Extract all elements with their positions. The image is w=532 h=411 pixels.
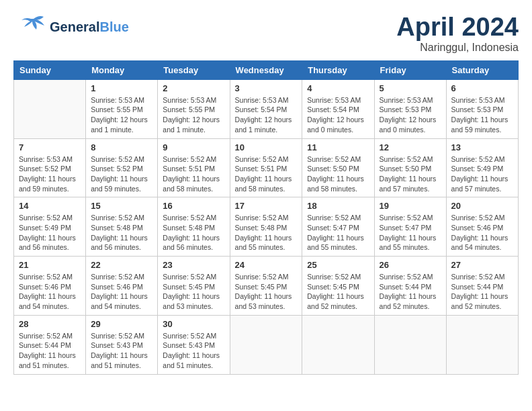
day-info: Sunrise: 5:52 AMSunset: 5:44 PMDaylight:…: [380, 272, 441, 312]
day-number: 18: [307, 201, 369, 211]
day-number: 10: [235, 142, 298, 152]
day-info: Sunrise: 5:53 AMSunset: 5:54 PMDaylight:…: [307, 95, 369, 135]
table-row: 8Sunrise: 5:52 AMSunset: 5:52 PMDaylight…: [86, 138, 158, 197]
day-number: 8: [91, 142, 152, 152]
table-row: [230, 315, 302, 374]
day-info: Sunrise: 5:52 AMSunset: 5:46 PMDaylight:…: [451, 213, 513, 253]
header-saturday: Saturday: [446, 60, 518, 79]
day-info: Sunrise: 5:52 AMSunset: 5:44 PMDaylight:…: [19, 331, 81, 371]
day-number: 23: [163, 260, 224, 270]
day-number: 4: [307, 83, 369, 93]
day-number: 21: [19, 260, 81, 270]
calendar-week-row: 1Sunrise: 5:53 AMSunset: 5:55 PMDaylight…: [14, 79, 519, 138]
table-row: 29Sunrise: 5:52 AMSunset: 5:43 PMDayligh…: [86, 315, 158, 374]
table-row: 3Sunrise: 5:53 AMSunset: 5:54 PMDaylight…: [230, 79, 302, 138]
day-number: 14: [19, 201, 81, 211]
table-row: 22Sunrise: 5:52 AMSunset: 5:46 PMDayligh…: [86, 257, 158, 316]
day-info: Sunrise: 5:52 AMSunset: 5:50 PMDaylight:…: [380, 154, 441, 194]
calendar-week-row: 7Sunrise: 5:53 AMSunset: 5:52 PMDaylight…: [14, 138, 519, 197]
day-info: Sunrise: 5:52 AMSunset: 5:45 PMDaylight:…: [307, 272, 369, 312]
day-number: 5: [380, 83, 441, 93]
table-row: 13Sunrise: 5:52 AMSunset: 5:49 PMDayligh…: [446, 138, 518, 197]
day-info: Sunrise: 5:52 AMSunset: 5:48 PMDaylight:…: [235, 213, 298, 253]
table-row: 19Sunrise: 5:52 AMSunset: 5:47 PMDayligh…: [374, 197, 446, 257]
day-info: Sunrise: 5:52 AMSunset: 5:45 PMDaylight:…: [163, 272, 224, 312]
table-row: 6Sunrise: 5:53 AMSunset: 5:53 PMDaylight…: [446, 79, 518, 138]
table-row: 1Sunrise: 5:53 AMSunset: 5:55 PMDaylight…: [86, 79, 158, 138]
day-number: 1: [91, 83, 152, 93]
table-row: 24Sunrise: 5:52 AMSunset: 5:45 PMDayligh…: [230, 257, 302, 316]
table-row: 17Sunrise: 5:52 AMSunset: 5:48 PMDayligh…: [230, 197, 302, 257]
day-number: 28: [19, 319, 81, 329]
logo-wordmark: GeneralBlue: [50, 19, 129, 35]
calendar-week-row: 21Sunrise: 5:52 AMSunset: 5:46 PMDayligh…: [14, 257, 519, 316]
table-row: 26Sunrise: 5:52 AMSunset: 5:44 PMDayligh…: [374, 257, 446, 316]
header-tuesday: Tuesday: [158, 60, 230, 79]
calendar-header-row: Sunday Monday Tuesday Wednesday Thursday…: [14, 60, 519, 79]
table-row: 12Sunrise: 5:52 AMSunset: 5:50 PMDayligh…: [374, 138, 446, 197]
day-info: Sunrise: 5:53 AMSunset: 5:53 PMDaylight:…: [451, 95, 513, 135]
table-row: 20Sunrise: 5:52 AMSunset: 5:46 PMDayligh…: [446, 197, 518, 257]
day-number: 29: [91, 319, 152, 329]
table-row: 21Sunrise: 5:52 AMSunset: 5:46 PMDayligh…: [14, 257, 86, 316]
header-monday: Monday: [86, 60, 158, 79]
day-info: Sunrise: 5:53 AMSunset: 5:53 PMDaylight:…: [380, 95, 441, 135]
header-wednesday: Wednesday: [230, 60, 302, 79]
day-number: 7: [19, 142, 81, 152]
table-row: [302, 315, 374, 374]
table-row: 25Sunrise: 5:52 AMSunset: 5:45 PMDayligh…: [302, 257, 374, 316]
day-number: 12: [380, 142, 441, 152]
table-row: [14, 79, 86, 138]
logo-icon: [13, 13, 47, 40]
header-thursday: Thursday: [302, 60, 374, 79]
day-info: Sunrise: 5:52 AMSunset: 5:51 PMDaylight:…: [235, 154, 298, 194]
page-header: GeneralBlue April 2024 Naringgul, Indone…: [13, 13, 519, 54]
table-row: 9Sunrise: 5:52 AMSunset: 5:51 PMDaylight…: [158, 138, 230, 197]
table-row: [446, 315, 518, 374]
table-row: 27Sunrise: 5:52 AMSunset: 5:44 PMDayligh…: [446, 257, 518, 316]
table-row: 28Sunrise: 5:52 AMSunset: 5:44 PMDayligh…: [14, 315, 86, 374]
table-row: 7Sunrise: 5:53 AMSunset: 5:52 PMDaylight…: [14, 138, 86, 197]
day-number: 16: [163, 201, 224, 211]
table-row: 15Sunrise: 5:52 AMSunset: 5:48 PMDayligh…: [86, 197, 158, 257]
day-info: Sunrise: 5:52 AMSunset: 5:48 PMDaylight:…: [163, 213, 224, 253]
day-number: 13: [451, 142, 513, 152]
logo: GeneralBlue: [13, 13, 129, 40]
day-number: 9: [163, 142, 224, 152]
header-sunday: Sunday: [14, 60, 86, 79]
table-row: 30Sunrise: 5:52 AMSunset: 5:43 PMDayligh…: [158, 315, 230, 374]
day-info: Sunrise: 5:52 AMSunset: 5:48 PMDaylight:…: [91, 213, 152, 253]
day-number: 26: [380, 260, 441, 270]
table-row: 2Sunrise: 5:53 AMSunset: 5:55 PMDaylight…: [158, 79, 230, 138]
day-info: Sunrise: 5:52 AMSunset: 5:46 PMDaylight:…: [91, 272, 152, 312]
day-number: 27: [451, 260, 513, 270]
day-number: 15: [91, 201, 152, 211]
day-info: Sunrise: 5:52 AMSunset: 5:47 PMDaylight:…: [307, 213, 369, 253]
day-info: Sunrise: 5:52 AMSunset: 5:46 PMDaylight:…: [19, 272, 81, 312]
day-info: Sunrise: 5:52 AMSunset: 5:44 PMDaylight:…: [451, 272, 513, 312]
day-info: Sunrise: 5:52 AMSunset: 5:43 PMDaylight:…: [91, 331, 152, 371]
location: Naringgul, Indonesia: [396, 42, 519, 54]
table-row: 11Sunrise: 5:52 AMSunset: 5:50 PMDayligh…: [302, 138, 374, 197]
day-info: Sunrise: 5:52 AMSunset: 5:52 PMDaylight:…: [91, 154, 152, 194]
calendar-week-row: 14Sunrise: 5:52 AMSunset: 5:49 PMDayligh…: [14, 197, 519, 257]
day-info: Sunrise: 5:52 AMSunset: 5:45 PMDaylight:…: [235, 272, 298, 312]
day-number: 6: [451, 83, 513, 93]
month-title: April 2024: [396, 13, 519, 42]
table-row: 16Sunrise: 5:52 AMSunset: 5:48 PMDayligh…: [158, 197, 230, 257]
day-number: 20: [451, 201, 513, 211]
day-info: Sunrise: 5:52 AMSunset: 5:49 PMDaylight:…: [19, 213, 81, 253]
header-friday: Friday: [374, 60, 446, 79]
day-info: Sunrise: 5:52 AMSunset: 5:50 PMDaylight:…: [307, 154, 369, 194]
table-row: 5Sunrise: 5:53 AMSunset: 5:53 PMDaylight…: [374, 79, 446, 138]
table-row: 4Sunrise: 5:53 AMSunset: 5:54 PMDaylight…: [302, 79, 374, 138]
day-number: 17: [235, 201, 298, 211]
calendar-week-row: 28Sunrise: 5:52 AMSunset: 5:44 PMDayligh…: [14, 315, 519, 374]
table-row: 18Sunrise: 5:52 AMSunset: 5:47 PMDayligh…: [302, 197, 374, 257]
day-info: Sunrise: 5:52 AMSunset: 5:51 PMDaylight:…: [163, 154, 224, 194]
calendar-table: Sunday Monday Tuesday Wednesday Thursday…: [13, 60, 519, 375]
day-info: Sunrise: 5:52 AMSunset: 5:43 PMDaylight:…: [163, 331, 224, 371]
day-number: 24: [235, 260, 298, 270]
day-info: Sunrise: 5:53 AMSunset: 5:54 PMDaylight:…: [235, 95, 298, 135]
table-row: 23Sunrise: 5:52 AMSunset: 5:45 PMDayligh…: [158, 257, 230, 316]
